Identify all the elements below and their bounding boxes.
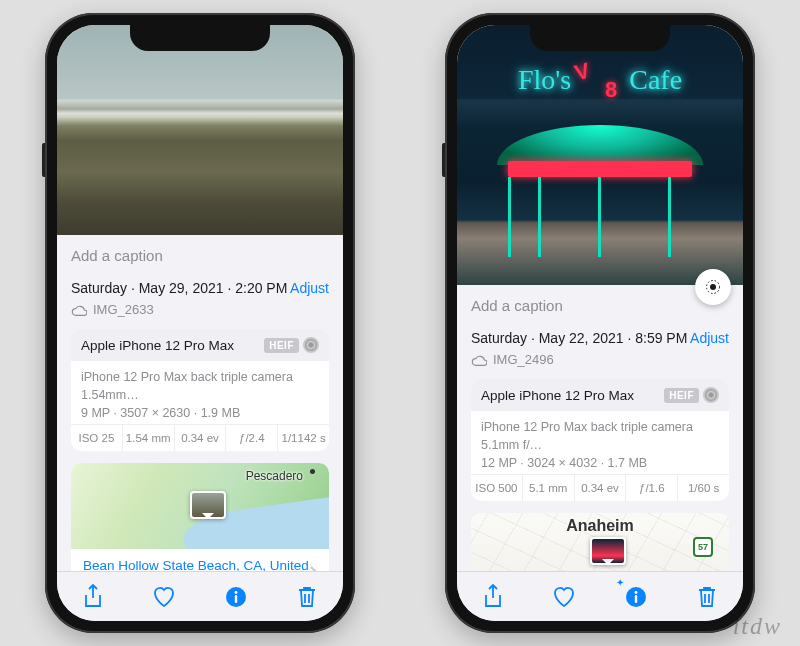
caption-input[interactable]: Add a caption xyxy=(71,235,329,278)
map-location-row[interactable]: Bean Hollow State Beach, CA, United Stat… xyxy=(71,549,329,571)
info-icon[interactable] xyxy=(622,583,650,611)
info-panel: Add a caption Saturday · May 22, 2021 · … xyxy=(457,285,743,571)
chevron-right-icon xyxy=(309,566,317,572)
screen: Add a caption Saturday · May 29, 2021 · … xyxy=(57,25,343,621)
live-photo-button[interactable] xyxy=(695,269,731,305)
neon-sign: Flo's Cafe xyxy=(457,59,743,101)
caption-input[interactable]: Add a caption xyxy=(471,285,729,328)
bottom-toolbar xyxy=(57,571,343,621)
trash-icon[interactable] xyxy=(693,583,721,611)
exif-ev: 0.34 ev xyxy=(575,475,627,501)
svg-rect-2 xyxy=(234,595,236,603)
format-badge: HEIF xyxy=(264,338,299,353)
bottom-toolbar xyxy=(457,571,743,621)
info-icon[interactable] xyxy=(222,583,250,611)
iphone-mockup-right: Flo's Cafe Add a caption Saturday · May … xyxy=(445,13,755,633)
date-time-text: Saturday · May 22, 2021 · 8:59 PM xyxy=(471,330,687,346)
svg-rect-7 xyxy=(634,595,636,603)
trash-icon[interactable] xyxy=(293,583,321,611)
exif-focal: 5.1 mm xyxy=(523,475,575,501)
svg-point-6 xyxy=(634,591,637,594)
adjust-button[interactable]: Adjust xyxy=(690,330,729,346)
map-place-label: Pescadero xyxy=(246,469,303,483)
date-time-text: Saturday · May 29, 2021 · 2:20 PM xyxy=(71,280,287,296)
iphone-mockup-left: Add a caption Saturday · May 29, 2021 · … xyxy=(45,13,355,633)
svg-point-1 xyxy=(234,591,237,594)
neon-word-left: Flo's xyxy=(518,64,571,96)
exif-shutter: 1/1142 s xyxy=(278,425,329,451)
exif-card: Apple iPhone 12 Pro Max HEIF iPhone 12 P… xyxy=(471,379,729,501)
photo-preview[interactable] xyxy=(57,25,343,235)
notch xyxy=(530,25,670,51)
map-location-text: Bean Hollow State Beach, CA, United Stat… xyxy=(83,558,309,571)
lens-icon xyxy=(303,337,319,353)
exif-iso: ISO 25 xyxy=(71,425,123,451)
lens-description: iPhone 12 Pro Max back triple camera 1.5… xyxy=(81,369,319,404)
lens-icon xyxy=(703,387,719,403)
photo-cafe-image: Flo's Cafe xyxy=(457,25,743,285)
photo-coast-image xyxy=(57,25,343,235)
format-badge: HEIF xyxy=(664,388,699,403)
exif-focal: 1.54 mm xyxy=(123,425,175,451)
dimensions-text: 12 MP · 3024 × 4032 · 1.7 MB xyxy=(481,454,719,470)
cloud-icon xyxy=(471,353,487,367)
map-photo-pin[interactable] xyxy=(590,537,626,565)
highway-shield: 57 xyxy=(693,537,713,557)
info-panel: Add a caption Saturday · May 29, 2021 · … xyxy=(57,235,343,571)
adjust-button[interactable]: Adjust xyxy=(290,280,329,296)
exif-iso: ISO 500 xyxy=(471,475,523,501)
device-name: Apple iPhone 12 Pro Max xyxy=(481,388,634,403)
cloud-icon xyxy=(71,303,87,317)
photo-preview[interactable]: Flo's Cafe xyxy=(457,25,743,285)
svg-point-3 xyxy=(710,284,716,290)
notch xyxy=(130,25,270,51)
favorite-icon[interactable] xyxy=(550,583,578,611)
map-photo-pin[interactable] xyxy=(190,491,226,519)
exif-fstop: ƒ/2.4 xyxy=(226,425,278,451)
neon-word-right: Cafe xyxy=(629,64,682,96)
exif-card: Apple iPhone 12 Pro Max HEIF iPhone 12 P… xyxy=(71,329,329,451)
map-card[interactable]: Anaheim 57 xyxy=(471,513,729,571)
map-place-dot xyxy=(310,469,315,474)
exif-ev: 0.34 ev xyxy=(175,425,227,451)
neon-v8-logo xyxy=(579,59,621,101)
share-icon[interactable] xyxy=(479,583,507,611)
filename-text: IMG_2496 xyxy=(493,352,554,367)
dimensions-text: 9 MP · 3507 × 2630 · 1.9 MB xyxy=(81,404,319,420)
share-icon[interactable] xyxy=(79,583,107,611)
screen: Flo's Cafe Add a caption Saturday · May … xyxy=(457,25,743,621)
filename-text: IMG_2633 xyxy=(93,302,154,317)
exif-shutter: 1/60 s xyxy=(678,475,729,501)
favorite-icon[interactable] xyxy=(150,583,178,611)
device-name: Apple iPhone 12 Pro Max xyxy=(81,338,234,353)
map-place-label: Anaheim xyxy=(566,517,634,535)
exif-fstop: ƒ/1.6 xyxy=(626,475,678,501)
map-card[interactable]: Pescadero Bean Hollow State Beach, CA, U… xyxy=(71,463,329,571)
lens-description: iPhone 12 Pro Max back triple camera 5.1… xyxy=(481,419,719,454)
